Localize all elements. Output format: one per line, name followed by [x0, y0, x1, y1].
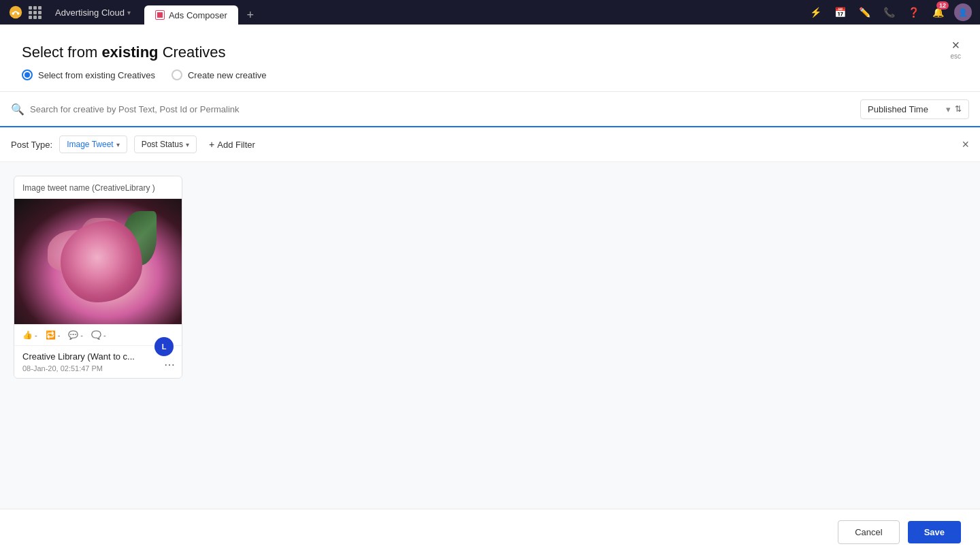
card-title: Image tweet name (CreativeLibrary ) — [14, 176, 182, 199]
option-new[interactable]: Create new creative — [172, 69, 267, 80]
content-area: Image tweet name (CreativeLibrary ) 👍 - — [0, 162, 980, 509]
main-content: Select from existing Creatives Select fr… — [0, 25, 980, 555]
status-chevron-icon: ▾ — [186, 141, 189, 148]
card-menu-button[interactable]: ⋯ — [164, 358, 175, 371]
phone-icon[interactable]: 📞 — [881, 4, 897, 20]
sort-icon: ⇅ — [955, 104, 962, 114]
ads-composer-tab[interactable]: Ads Composer — [144, 5, 238, 25]
creatives-grid: Image tweet name (CreativeLibrary ) 👍 - — [14, 176, 966, 379]
save-button[interactable]: Save — [908, 521, 961, 543]
cancel-button[interactable]: Cancel — [838, 520, 899, 544]
post-type-filter[interactable]: Image Tweet ▾ — [59, 136, 127, 153]
radio-inner — [24, 72, 30, 78]
mention-stat: 🗨️ - — [91, 330, 106, 340]
help-icon[interactable]: ❓ — [905, 4, 921, 20]
retweet-icon: 🔁 — [46, 330, 56, 340]
like-stat: 👍 - — [22, 330, 37, 340]
card-image — [14, 199, 182, 324]
avatar[interactable]: 👤 — [954, 3, 972, 21]
lightning-icon[interactable]: ⚡ — [807, 4, 823, 20]
add-tab-button[interactable]: + — [241, 5, 260, 25]
mention-icon: 🗨️ — [91, 330, 101, 340]
search-bar: 🔍 Published Time ▾ ⇅ — [0, 92, 980, 127]
calendar-icon[interactable]: 📅 — [832, 4, 848, 20]
comment-stat: 💬 - — [68, 330, 83, 340]
rose-background — [14, 199, 182, 324]
grid-icon[interactable] — [29, 6, 42, 19]
post-status-filter[interactable]: Post Status ▾ — [134, 136, 197, 153]
dialog-footer: Cancel Save — [0, 509, 980, 555]
notifications-icon[interactable]: 🔔 12 — [930, 4, 946, 20]
nav-tabs: Ads Composer + — [144, 0, 802, 25]
radio-new — [172, 69, 182, 80]
card-date: 08-Jan-20, 02:51:47 PM — [22, 364, 174, 372]
search-icon: 🔍 — [11, 103, 24, 116]
retweet-stat: 🔁 - — [46, 330, 61, 340]
app-name[interactable]: Advertising Cloud ▾ — [50, 7, 136, 18]
filter-bar: Post Type: Image Tweet ▾ Post Status ▾ +… — [0, 127, 980, 162]
notification-badge: 12 — [936, 1, 949, 10]
radio-existing — [22, 69, 33, 80]
comment-icon: 💬 — [68, 330, 78, 340]
dialog-title: Select from existing Creatives — [22, 44, 958, 61]
logo-icon — [8, 5, 23, 20]
search-input[interactable] — [30, 104, 855, 114]
filter-chevron-icon: ▾ — [116, 141, 120, 148]
option-existing[interactable]: Select from existing Creatives — [22, 69, 155, 80]
svg-point-1 — [12, 12, 15, 15]
card-footer: L Creative Library (Want to c... 08-Jan-… — [14, 345, 182, 378]
like-icon: 👍 — [22, 330, 33, 340]
edit-icon[interactable]: ✏️ — [856, 4, 872, 20]
chevron-down-icon: ▾ — [946, 104, 951, 114]
tab-icon — [155, 10, 165, 20]
dialog-header: Select from existing Creatives Select fr… — [0, 25, 980, 92]
dialog-options: Select from existing Creatives Create ne… — [22, 69, 958, 80]
filter-clear-button[interactable]: × — [962, 138, 969, 152]
nav-logo — [8, 5, 23, 20]
plus-icon: + — [209, 139, 214, 150]
card-badge: L — [154, 337, 174, 356]
creative-card[interactable]: Image tweet name (CreativeLibrary ) 👍 - — [14, 176, 182, 379]
nav-right: ⚡ 📅 ✏️ 📞 ❓ 🔔 12 👤 — [807, 3, 972, 21]
add-filter-button[interactable]: + Add Filter — [203, 136, 261, 153]
sort-dropdown[interactable]: Published Time ▾ ⇅ — [860, 99, 969, 119]
close-button[interactable]: × esc — [950, 38, 961, 60]
card-name: Creative Library (Want to c... — [22, 351, 174, 362]
post-type-label: Post Type: — [11, 140, 52, 150]
svg-point-2 — [17, 12, 20, 15]
top-nav: Advertising Cloud ▾ Ads Composer + ⚡ 📅 ✏… — [0, 0, 980, 25]
